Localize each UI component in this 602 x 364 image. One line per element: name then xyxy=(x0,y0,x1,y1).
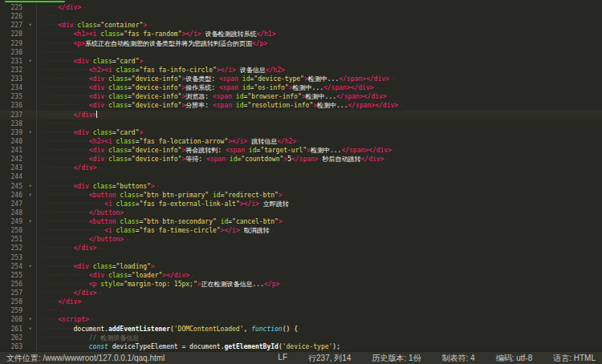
code-line[interactable]: 242············<div·class="device-info">… xyxy=(0,155,602,164)
code-line[interactable]: 230········- xyxy=(0,48,602,57)
eol-marker: - xyxy=(271,227,275,234)
encoding-selector[interactable]: 编码: utf-8 xyxy=(496,353,533,364)
code-line[interactable]: 238········- xyxy=(0,119,602,128)
eol-marker: - xyxy=(75,173,79,180)
code-line[interactable]: 247················<i·class="fas·fa-exte… xyxy=(0,200,602,208)
code-text: ········- xyxy=(37,172,79,181)
code-line[interactable]: 234············<div·class="device-info">… xyxy=(0,83,602,92)
whitespace-dots: ···· xyxy=(43,307,58,314)
fold-spacer xyxy=(24,12,36,21)
code-line[interactable]: 246▾············<button·class="btn·btn-p… xyxy=(0,191,602,200)
fold-arrow-icon[interactable]: ▾ xyxy=(24,128,36,137)
code-line[interactable]: 255············<div·class="loader"></div… xyxy=(0,271,602,280)
eol-marker: - xyxy=(284,218,288,225)
line-number: 243 xyxy=(0,164,24,172)
code-line[interactable]: 241············<div·class="device-info">… xyxy=(0,146,602,155)
code-line[interactable]: 236············<div·class="device-info">… xyxy=(0,101,602,110)
line-number: 232 xyxy=(0,66,24,75)
code-line[interactable]: 231▾········<div·class="card">- xyxy=(0,57,602,66)
code-line[interactable]: 245▾········<div·class="buttons">- xyxy=(0,182,602,191)
code-line[interactable]: 249▾············<button·class="btn·btn-s… xyxy=(0,217,602,226)
whitespace-dots: ········ xyxy=(43,30,74,38)
line-number: 230 xyxy=(0,48,24,57)
eol-marker: - xyxy=(83,298,87,305)
whitespace-dots: ········ xyxy=(43,164,74,172)
code-text: ············<button·class="btn·btn-prima… xyxy=(37,191,288,200)
line-number: 236 xyxy=(0,101,24,110)
code-line[interactable]: 248············</button>- xyxy=(0,208,602,217)
code-line[interactable]: 232············<h2><i·class="fas·fa-info… xyxy=(0,66,602,75)
gutter: 232 xyxy=(0,66,37,75)
whitespace-dots: ············ xyxy=(43,93,89,100)
code-line[interactable]: 233············<div·class="device-info">… xyxy=(0,75,602,83)
code-line[interactable]: 259····- xyxy=(0,306,602,315)
code-line[interactable]: 261▾········document.addEventListener('D… xyxy=(0,325,602,334)
code-line[interactable]: 226····- xyxy=(0,12,602,21)
code-line[interactable]: 263············const·deviceTypeElement·=… xyxy=(0,342,602,351)
fold-arrow-icon[interactable]: ▾ xyxy=(24,191,36,200)
gutter: 240 xyxy=(0,137,37,146)
code-line[interactable]: 257········</div>- xyxy=(0,289,602,297)
line-number: 228 xyxy=(0,30,24,38)
code-line[interactable]: 262············//·检测设备信息- xyxy=(0,334,602,342)
fold-arrow-icon[interactable]: ▾ xyxy=(24,262,36,271)
fold-arrow-icon[interactable]: ▾ xyxy=(24,325,36,334)
code-text: ········<div·class="loading">- xyxy=(37,262,161,271)
code-line[interactable]: 258····</div>- xyxy=(0,297,602,306)
line-number: 250 xyxy=(0,226,24,235)
line-number: 247 xyxy=(0,200,24,208)
fold-arrow-icon[interactable]: ▾ xyxy=(24,315,36,324)
code-line[interactable]: 243········</div>- xyxy=(0,164,602,172)
code-line[interactable]: 229········<p>系统正在自动检测您的设备类型并将为您跳转到适合的页面… xyxy=(0,39,602,48)
code-text: ········</div>- xyxy=(37,244,102,253)
line-ending-indicator[interactable]: LF xyxy=(278,353,287,364)
code-line[interactable]: 252········</div>- xyxy=(0,244,602,253)
code-line[interactable]: 260▾····<script>- xyxy=(0,315,602,324)
code-text: ············<div·class="device-info">设备类… xyxy=(37,75,395,83)
gutter: 252 xyxy=(0,244,37,253)
code-line[interactable]: 254▾········<div·class="loading">- xyxy=(0,262,602,271)
gutter: 262 xyxy=(0,334,37,342)
code-text: ············<h2><i·class="fas·fa-info-ci… xyxy=(37,66,291,75)
eol-marker: - xyxy=(291,200,295,208)
fold-spacer xyxy=(24,271,36,280)
fold-arrow-icon[interactable]: ▾ xyxy=(24,182,36,191)
code-text: ········document.addEventListener('DOMCo… xyxy=(37,325,303,334)
code-line[interactable]: 227▾····<div·class="container">- xyxy=(0,21,602,30)
line-number: 262 xyxy=(0,334,24,342)
code-line[interactable]: 235············<div·class="device-info">… xyxy=(0,92,602,101)
code-text: ········<div·class="card">- xyxy=(37,128,148,137)
line-number: 263 xyxy=(0,342,24,351)
code-line[interactable]: 251············</button>- xyxy=(0,235,602,244)
code-text: ················<i·class="fas·fa-times-c… xyxy=(37,226,275,235)
line-number: 258 xyxy=(0,297,24,306)
code-line[interactable]: 225····</div>- xyxy=(0,3,602,12)
code-line[interactable]: 237········</div>- xyxy=(0,111,602,119)
whitespace-dots: ············ xyxy=(43,156,89,163)
whitespace-dots: ········ xyxy=(43,173,74,180)
language-mode[interactable]: 语言: HTML xyxy=(553,353,596,364)
code-line[interactable]: 250················<i·class="fas·fa-time… xyxy=(0,226,602,235)
history-versions[interactable]: 历史版本: 1份 xyxy=(372,353,421,364)
gutter: 259 xyxy=(0,306,37,315)
fold-arrow-icon[interactable]: ▾ xyxy=(24,57,36,66)
code-text: ············<div·class="loader"></div>- xyxy=(37,271,195,280)
eol-marker: - xyxy=(281,281,285,288)
code-line[interactable]: 228········<h1><i·class="fas·fa-random">… xyxy=(0,30,602,38)
fold-arrow-icon[interactable]: ▾ xyxy=(24,21,36,30)
eol-marker: - xyxy=(393,147,397,154)
code-line[interactable]: 240············<h2><i·class="fas·fa-loca… xyxy=(0,137,602,146)
tab-size[interactable]: 制表符: 4 xyxy=(442,353,475,364)
code-text: ············//·检测设备信息- xyxy=(37,334,144,342)
gutter: 236 xyxy=(0,101,37,110)
code-line[interactable]: 256············<p·style="margin-top:·15p… xyxy=(0,280,602,289)
eol-marker: - xyxy=(400,102,404,109)
code-editor[interactable]: 225····</div>-226····-227▾····<div·class… xyxy=(0,3,602,351)
fold-arrow-icon[interactable]: ▾ xyxy=(24,217,36,226)
whitespace-dots: ············ xyxy=(43,102,89,109)
line-number: 237 xyxy=(0,111,24,119)
code-line[interactable]: 244········- xyxy=(0,172,602,181)
code-line[interactable]: 239▾········<div·class="card">- xyxy=(0,128,602,137)
code-line[interactable]: 253········- xyxy=(0,253,602,262)
progress-bar xyxy=(5,1,65,2)
